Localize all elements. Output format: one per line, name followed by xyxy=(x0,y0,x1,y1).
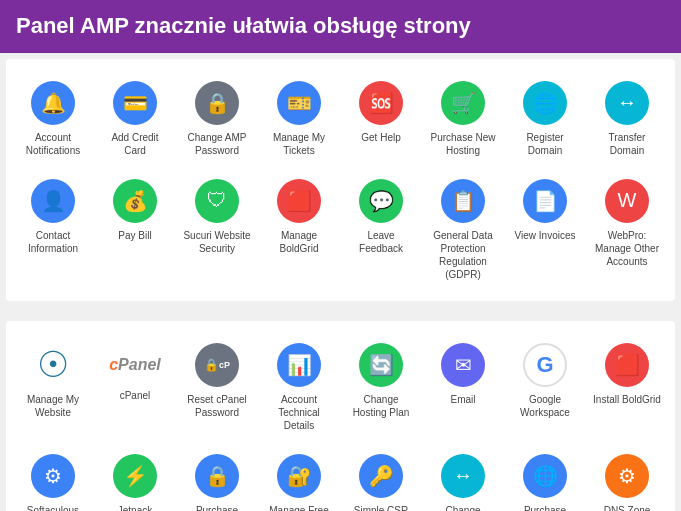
section-one: 🔔 Account Notifications 💳 Add Credit Car… xyxy=(6,59,675,301)
purchase-dedicated-ip-label: Purchase Dedicated IP xyxy=(510,504,580,511)
page-header: Panel AMP znacznie ułatwia obsługę stron… xyxy=(0,0,681,53)
manage-boldgrid-item[interactable]: 🟥 Manage BoldGrid xyxy=(260,169,338,289)
dns-zone-editor-label: DNS Zone Editor xyxy=(592,504,662,511)
sucuri-website-security-item[interactable]: 🛡 Sucuri Website Security xyxy=(178,169,256,289)
change-hosting-plan-label: Change Hosting Plan xyxy=(346,393,416,419)
transfer-domain-icon: ↔ xyxy=(605,81,649,125)
purchase-dedicated-ip-icon: 🌐 xyxy=(523,454,567,498)
manage-my-website-item[interactable]: ☉ Manage My Website xyxy=(14,333,92,440)
change-primary-domain-icon: ↔ xyxy=(441,454,485,498)
purchase-dedicated-ssl-label: Purchase Dedicated SSL Certificate xyxy=(182,504,252,511)
softaculous-item[interactable]: ⚙ Softaculous xyxy=(14,444,92,511)
account-technical-details-label: Account Technical Details xyxy=(264,393,334,432)
email-item[interactable]: ✉ Email xyxy=(424,333,502,440)
account-notifications-item[interactable]: 🔔 Account Notifications xyxy=(14,71,92,165)
account-technical-details-item[interactable]: 📊 Account Technical Details xyxy=(260,333,338,440)
section-one-grid: 🔔 Account Notifications 💳 Add Credit Car… xyxy=(14,71,667,289)
contact-information-label: Contact Information xyxy=(18,229,88,255)
sucuri-website-security-icon: 🛡 xyxy=(195,179,239,223)
transfer-domain-item[interactable]: ↔ Transfer Domain xyxy=(588,71,666,165)
google-workspace-item[interactable]: G Google Workspace xyxy=(506,333,584,440)
section-two: ☉ Manage My Website cPanel cPanel 🔒cP Re… xyxy=(6,321,675,511)
change-primary-domain-label: Change Primary Domain xyxy=(428,504,498,511)
change-amp-password-icon: 🔒 xyxy=(195,81,239,125)
account-technical-details-icon: 📊 xyxy=(277,343,321,387)
purchase-new-hosting-icon: 🛒 xyxy=(441,81,485,125)
sucuri-website-security-label: Sucuri Website Security xyxy=(182,229,252,255)
simple-csr-icon: 🔑 xyxy=(359,454,403,498)
pay-bill-label: Pay Bill xyxy=(118,229,151,242)
register-domain-icon: 🌐 xyxy=(523,81,567,125)
account-notifications-icon: 🔔 xyxy=(31,81,75,125)
manage-boldgrid-icon: 🟥 xyxy=(277,179,321,223)
contact-information-item[interactable]: 👤 Contact Information xyxy=(14,169,92,289)
cpanel-logo: cPanel xyxy=(111,341,159,389)
simple-csr-label: Simple CSR Request for 3rd party SSL xyxy=(346,504,416,511)
purchase-dedicated-ssl-icon: 🔒 xyxy=(195,454,239,498)
softaculous-label: Softaculous xyxy=(27,504,79,511)
manage-my-website-label: Manage My Website xyxy=(18,393,88,419)
webpro-item[interactable]: W WebPro: Manage Other Accounts xyxy=(588,169,666,289)
simple-csr-item[interactable]: 🔑 Simple CSR Request for 3rd party SSL xyxy=(342,444,420,511)
pay-bill-item[interactable]: 💰 Pay Bill xyxy=(96,169,174,289)
register-domain-item[interactable]: 🌐 Register Domain xyxy=(506,71,584,165)
webpro-icon: W xyxy=(605,179,649,223)
contact-information-icon: 👤 xyxy=(31,179,75,223)
manage-free-basic-ssl-label: Manage Free Basic SSL xyxy=(264,504,334,511)
email-icon: ✉ xyxy=(441,343,485,387)
reset-cpanel-icon: 🔒cP xyxy=(195,343,239,387)
jetpack-licensing-label: Jetpack Licensing xyxy=(100,504,170,511)
install-boldgrid-item[interactable]: 🟥 Install BoldGrid xyxy=(588,333,666,440)
manage-free-basic-ssl-icon: 🔐 xyxy=(277,454,321,498)
view-invoices-label: View Invoices xyxy=(515,229,576,242)
change-amp-password-label: Change AMP Password xyxy=(182,131,252,157)
main-container: Panel AMP znacznie ułatwia obsługę stron… xyxy=(0,0,681,511)
get-help-item[interactable]: 🆘 Get Help xyxy=(342,71,420,165)
jetpack-licensing-item[interactable]: ⚡ Jetpack Licensing xyxy=(96,444,174,511)
add-credit-card-item[interactable]: 💳 Add Credit Card xyxy=(96,71,174,165)
manage-my-tickets-label: Manage My Tickets xyxy=(264,131,334,157)
purchase-new-hosting-label: Purchase New Hosting xyxy=(428,131,498,157)
header-text: Panel AMP znacznie ułatwia obsługę stron… xyxy=(16,13,471,38)
gdpr-label: General Data Protection Regulation (GDPR… xyxy=(428,229,498,281)
divider xyxy=(0,307,681,315)
change-amp-password-item[interactable]: 🔒 Change AMP Password xyxy=(178,71,256,165)
view-invoices-item[interactable]: 📄 View Invoices xyxy=(506,169,584,289)
gdpr-item[interactable]: 📋 General Data Protection Regulation (GD… xyxy=(424,169,502,289)
softaculous-icon: ⚙ xyxy=(31,454,75,498)
get-help-icon: 🆘 xyxy=(359,81,403,125)
email-label: Email xyxy=(450,393,475,406)
wordpress-icon: ☉ xyxy=(37,344,69,386)
cpanel-label: cPanel xyxy=(120,389,151,402)
purchase-dedicated-ip-item[interactable]: 🌐 Purchase Dedicated IP xyxy=(506,444,584,511)
install-boldgrid-icon: 🟥 xyxy=(605,343,649,387)
view-invoices-icon: 📄 xyxy=(523,179,567,223)
change-hosting-plan-item[interactable]: 🔄 Change Hosting Plan xyxy=(342,333,420,440)
gdpr-icon: 📋 xyxy=(441,179,485,223)
dns-zone-editor-icon: ⚙ xyxy=(605,454,649,498)
webpro-label: WebPro: Manage Other Accounts xyxy=(592,229,662,268)
add-credit-card-label: Add Credit Card xyxy=(100,131,170,157)
google-icon: G xyxy=(523,343,567,387)
get-help-label: Get Help xyxy=(361,131,400,144)
dns-zone-editor-item[interactable]: ⚙ DNS Zone Editor xyxy=(588,444,666,511)
reset-cpanel-password-item[interactable]: 🔒cP Reset cPanel Password xyxy=(178,333,256,440)
register-domain-label: Register Domain xyxy=(510,131,580,157)
purchase-new-hosting-item[interactable]: 🛒 Purchase New Hosting xyxy=(424,71,502,165)
manage-free-basic-ssl-item[interactable]: 🔐 Manage Free Basic SSL xyxy=(260,444,338,511)
manage-boldgrid-label: Manage BoldGrid xyxy=(264,229,334,255)
manage-my-tickets-item[interactable]: 🎫 Manage My Tickets xyxy=(260,71,338,165)
install-boldgrid-label: Install BoldGrid xyxy=(593,393,661,406)
cpanel-item[interactable]: cPanel cPanel xyxy=(96,333,174,440)
change-hosting-plan-icon: 🔄 xyxy=(359,343,403,387)
account-notifications-label: Account Notifications xyxy=(18,131,88,157)
leave-feedback-item[interactable]: 💬 Leave Feedback xyxy=(342,169,420,289)
section-two-grid: ☉ Manage My Website cPanel cPanel 🔒cP Re… xyxy=(14,333,667,511)
change-primary-domain-item[interactable]: ↔ Change Primary Domain xyxy=(424,444,502,511)
reset-cpanel-password-label: Reset cPanel Password xyxy=(182,393,252,419)
transfer-domain-label: Transfer Domain xyxy=(592,131,662,157)
manage-my-tickets-icon: 🎫 xyxy=(277,81,321,125)
pay-bill-icon: 💰 xyxy=(113,179,157,223)
leave-feedback-icon: 💬 xyxy=(359,179,403,223)
purchase-dedicated-ssl-item[interactable]: 🔒 Purchase Dedicated SSL Certificate xyxy=(178,444,256,511)
